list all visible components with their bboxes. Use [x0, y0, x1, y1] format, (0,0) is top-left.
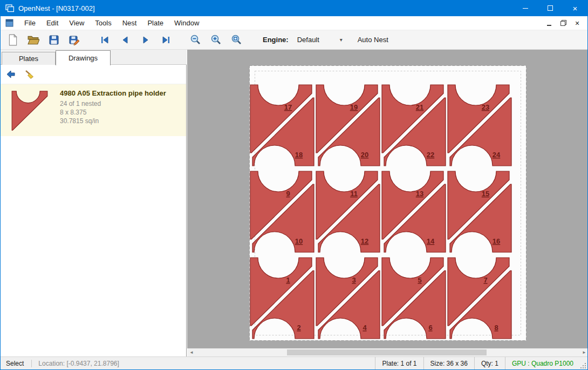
part-number-label: 7 [483, 276, 487, 284]
menu-item-edit[interactable]: Edit [41, 17, 64, 29]
drawings-panel: 4980 A05 Extraction pipe holder 24 of 1 … [1, 65, 187, 356]
plate-size-status: Size: 36 x 36 [423, 357, 474, 370]
status-bar: Select Location: [-0.9437, 21.8796] Plat… [1, 356, 587, 370]
zoom-fit-button[interactable] [228, 32, 244, 48]
new-button[interactable] [5, 32, 21, 48]
drawing-title: 4980 A05 Extraction pipe holder [60, 89, 166, 97]
part-number-label: 2 [297, 324, 300, 332]
main-toolbar: Engine: Default ▾ Auto Nest [1, 30, 587, 50]
close-icon: × [573, 4, 578, 12]
open-button[interactable] [25, 32, 42, 48]
engine-select[interactable]: Default ▾ [294, 33, 346, 46]
first-plate-icon [100, 35, 110, 45]
next-plate-icon [141, 35, 151, 45]
part-number-label: 17 [284, 103, 292, 111]
send-to-nest-button[interactable] [3, 67, 18, 82]
part-number-label: 8 [494, 324, 498, 332]
zoom-fit-icon [231, 34, 242, 45]
mdi-minimize-button[interactable] [543, 18, 555, 29]
save-button[interactable] [46, 32, 62, 48]
part-number-label: 11 [350, 190, 358, 198]
part-number-label: 13 [416, 190, 423, 198]
app-window: OpenNest - [N0317-002] × File Edit View … [0, 0, 588, 370]
zoom-out-button[interactable] [187, 32, 203, 48]
minimize-button[interactable] [513, 0, 538, 16]
part-number-label: 4 [363, 324, 367, 332]
new-file-icon [7, 34, 19, 46]
mdi-restore-icon [560, 20, 566, 26]
open-folder-icon [28, 34, 39, 46]
menu-item-plate[interactable]: Plate [142, 17, 169, 29]
auto-nest-button[interactable]: Auto Nest [353, 33, 393, 46]
mdi-close-button[interactable]: × [571, 18, 583, 29]
nav-first-button[interactable] [97, 32, 113, 48]
app-icon [5, 4, 14, 12]
part-number-label: 22 [427, 151, 434, 159]
part-thumbnail-path [12, 91, 47, 131]
tab-drawings[interactable]: Drawings [56, 50, 111, 65]
mdi-minimize-icon [547, 25, 551, 26]
part-number-label: 3 [352, 276, 355, 284]
close-button[interactable]: × [563, 0, 587, 16]
part-number-label: 18 [295, 151, 303, 159]
zoom-out-icon [190, 34, 201, 45]
drawing-area: 30.7815 sq/in [60, 117, 166, 125]
document-icon [5, 19, 13, 27]
part-number-label: 16 [493, 237, 500, 245]
menu-item-view[interactable]: View [64, 17, 90, 29]
title-bar: OpenNest - [N0317-002] × [1, 0, 587, 16]
nav-next-button[interactable] [138, 32, 154, 48]
save-edit-button[interactable] [66, 32, 83, 48]
engine-label: Engine: [263, 36, 289, 44]
nav-last-button[interactable] [158, 32, 174, 48]
part-number-label: 5 [418, 276, 421, 284]
part-number-label: 19 [350, 103, 358, 111]
drawings-toolbar [1, 65, 186, 84]
menu-item-nest[interactable]: Nest [117, 17, 142, 29]
clear-button[interactable] [22, 67, 37, 82]
part-number-label: 10 [295, 237, 303, 245]
menu-item-window[interactable]: Window [169, 17, 204, 29]
nav-prev-button[interactable] [117, 32, 133, 48]
mdi-close-icon: × [575, 19, 579, 27]
blue-arrow-left-icon [6, 70, 16, 79]
chevron-down-icon: ▾ [340, 37, 343, 43]
nest-canvas[interactable]: 171819202122232491011121314151612345678 … [187, 50, 588, 356]
window-title: OpenNest - [N0317-002] [18, 4, 95, 12]
drawing-nested-count: 24 of 1 nested [60, 99, 166, 108]
part-number-label: 14 [427, 237, 435, 245]
horizontal-scrollbar: ◄ ► [187, 348, 588, 356]
gpu-status: GPU : Quadro P1000 [505, 357, 580, 370]
resize-grip[interactable] [580, 357, 587, 370]
part-number-label: 9 [286, 190, 290, 198]
drawing-size: 8 x 8.375 [60, 108, 166, 117]
engine-selected-value: Default [297, 36, 319, 44]
scroll-left-button[interactable]: ◄ [187, 348, 196, 356]
part-number-label: 21 [416, 103, 423, 111]
mode-status: Select [1, 360, 32, 367]
menu-item-file[interactable]: File [19, 17, 41, 29]
location-status: Location: [-0.9437, 21.8796] [32, 360, 125, 367]
plate-svg: 171819202122232491011121314151612345678 [249, 65, 527, 341]
part-number-label: 12 [361, 237, 368, 245]
scroll-right-button[interactable]: ► [580, 348, 588, 356]
part-number-label: 6 [428, 324, 432, 332]
zoom-in-icon [210, 34, 222, 45]
last-plate-icon [161, 35, 171, 45]
scrollbar-thumb[interactable] [287, 349, 487, 355]
zoom-in-button[interactable] [208, 32, 224, 48]
menu-item-tools[interactable]: Tools [90, 17, 117, 29]
save-edit-icon [69, 35, 80, 45]
part-number-label: 20 [361, 151, 368, 159]
panel-tabstrip: Plates Drawings [1, 50, 187, 65]
drawing-list-item[interactable]: 4980 A05 Extraction pipe holder 24 of 1 … [1, 84, 186, 136]
part-number-label: 24 [493, 151, 501, 159]
part-number-label: 23 [482, 103, 489, 111]
part-number-label: 15 [482, 190, 489, 198]
save-icon [49, 35, 59, 45]
maximize-button[interactable] [538, 0, 563, 16]
broom-icon [24, 69, 35, 79]
part-number-label: 1 [286, 276, 290, 284]
mdi-restore-button[interactable] [557, 18, 569, 29]
tab-plates[interactable]: Plates [2, 52, 56, 65]
